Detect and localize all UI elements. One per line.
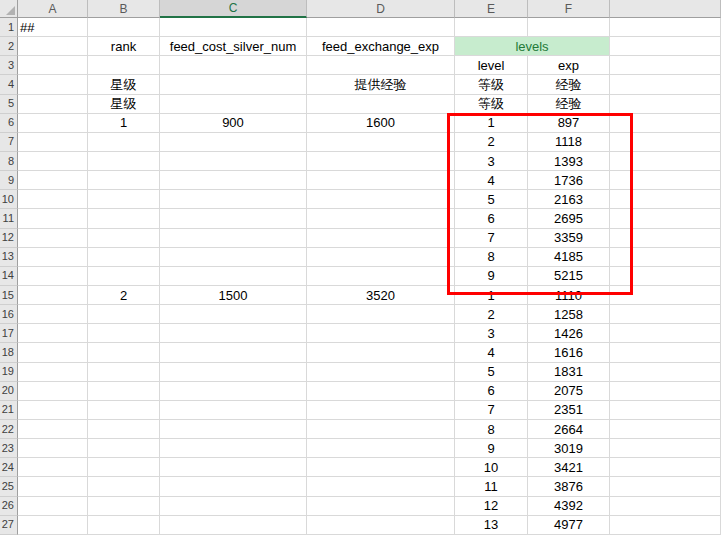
cell-G14[interactable] xyxy=(610,267,721,286)
cell-A11[interactable] xyxy=(18,209,88,228)
cell-E6[interactable]: 1 xyxy=(455,114,528,133)
cell-C21[interactable] xyxy=(160,401,307,420)
cell-D26[interactable] xyxy=(307,497,455,516)
row-header-2[interactable]: 2 xyxy=(0,37,18,56)
cell-B23[interactable] xyxy=(88,439,160,458)
cell-A17[interactable] xyxy=(18,324,88,343)
cell-G11[interactable] xyxy=(610,209,721,228)
cell-F5[interactable]: 经验 xyxy=(528,95,610,114)
cell-A12[interactable] xyxy=(18,229,88,248)
cell-D19[interactable] xyxy=(307,363,455,382)
cell-G5[interactable] xyxy=(610,95,721,114)
cell-F10[interactable]: 2163 xyxy=(528,190,610,209)
cell-F18[interactable]: 1616 xyxy=(528,343,610,362)
cell-G1[interactable] xyxy=(610,18,721,37)
cell-E4[interactable]: 等级 xyxy=(455,75,528,94)
row-header-12[interactable]: 12 xyxy=(0,229,18,248)
cell-B5[interactable]: 星级 xyxy=(88,95,160,114)
cell-F15[interactable]: 1110 xyxy=(528,286,610,305)
cell-D15[interactable]: 3520 xyxy=(307,286,455,305)
cell-C5[interactable] xyxy=(160,95,307,114)
cell-B19[interactable] xyxy=(88,363,160,382)
cell-B11[interactable] xyxy=(88,209,160,228)
cell-B13[interactable] xyxy=(88,248,160,267)
row-header-25[interactable]: 25 xyxy=(0,477,18,496)
cell-C18[interactable] xyxy=(160,343,307,362)
cell-E13[interactable]: 8 xyxy=(455,248,528,267)
row-header-6[interactable]: 6 xyxy=(0,114,18,133)
cell-G24[interactable] xyxy=(610,458,721,477)
cell-B10[interactable] xyxy=(88,190,160,209)
cell-F24[interactable]: 3421 xyxy=(528,458,610,477)
cell-F9[interactable]: 1736 xyxy=(528,171,610,190)
cell-D11[interactable] xyxy=(307,209,455,228)
cell-D24[interactable] xyxy=(307,458,455,477)
row-header-4[interactable]: 4 xyxy=(0,75,18,94)
cell-D2[interactable]: feed_exchange_exp xyxy=(307,37,455,56)
cell-F25[interactable]: 3876 xyxy=(528,477,610,496)
cell-B17[interactable] xyxy=(88,324,160,343)
cell-G4[interactable] xyxy=(610,75,721,94)
cell-G23[interactable] xyxy=(610,439,721,458)
row-header-16[interactable]: 16 xyxy=(0,305,18,324)
cell-C4[interactable] xyxy=(160,75,307,94)
row-header-23[interactable]: 23 xyxy=(0,439,18,458)
cell-C7[interactable] xyxy=(160,133,307,152)
cell-G17[interactable] xyxy=(610,324,721,343)
cell-E8[interactable]: 3 xyxy=(455,152,528,171)
cell-E9[interactable]: 4 xyxy=(455,171,528,190)
cell-E19[interactable]: 5 xyxy=(455,363,528,382)
cell-G20[interactable] xyxy=(610,382,721,401)
cell-E1[interactable] xyxy=(455,18,528,37)
row-header-18[interactable]: 18 xyxy=(0,343,18,362)
cell-B3[interactable] xyxy=(88,56,160,75)
cell-E2[interactable]: levels xyxy=(455,37,610,56)
cell-F21[interactable]: 2351 xyxy=(528,401,610,420)
cell-G25[interactable] xyxy=(610,477,721,496)
row-header-21[interactable]: 21 xyxy=(0,401,18,420)
cell-A7[interactable] xyxy=(18,133,88,152)
cell-F3[interactable]: exp xyxy=(528,56,610,75)
cell-E11[interactable]: 6 xyxy=(455,209,528,228)
cell-D22[interactable] xyxy=(307,420,455,439)
cell-C15[interactable]: 1500 xyxy=(160,286,307,305)
cell-A24[interactable] xyxy=(18,458,88,477)
cell-A4[interactable] xyxy=(18,75,88,94)
cell-G27[interactable] xyxy=(610,516,721,535)
cell-A8[interactable] xyxy=(18,152,88,171)
cell-A16[interactable] xyxy=(18,305,88,324)
cell-A3[interactable] xyxy=(18,56,88,75)
row-header-3[interactable]: 3 xyxy=(0,56,18,75)
cell-F8[interactable]: 1393 xyxy=(528,152,610,171)
cell-B16[interactable] xyxy=(88,305,160,324)
cell-E24[interactable]: 10 xyxy=(455,458,528,477)
cell-F22[interactable]: 2664 xyxy=(528,420,610,439)
cell-E3[interactable]: level xyxy=(455,56,528,75)
cell-C6[interactable]: 900 xyxy=(160,114,307,133)
cell-D4[interactable]: 提供经验 xyxy=(307,75,455,94)
cell-E23[interactable]: 9 xyxy=(455,439,528,458)
row-header-7[interactable]: 7 xyxy=(0,133,18,152)
cell-B9[interactable] xyxy=(88,171,160,190)
cell-E12[interactable]: 7 xyxy=(455,229,528,248)
cell-D27[interactable] xyxy=(307,516,455,535)
cell-E27[interactable]: 13 xyxy=(455,516,528,535)
cell-A5[interactable] xyxy=(18,95,88,114)
cell-C1[interactable] xyxy=(160,18,307,37)
cell-A27[interactable] xyxy=(18,516,88,535)
cell-G7[interactable] xyxy=(610,133,721,152)
column-header-B[interactable]: B xyxy=(88,0,160,18)
cell-F7[interactable]: 1118 xyxy=(528,133,610,152)
column-header-blank[interactable] xyxy=(610,0,721,18)
cell-C10[interactable] xyxy=(160,190,307,209)
row-header-11[interactable]: 11 xyxy=(0,209,18,228)
column-header-C[interactable]: C xyxy=(160,0,307,18)
cell-C24[interactable] xyxy=(160,458,307,477)
row-header-13[interactable]: 13 xyxy=(0,248,18,267)
cell-E10[interactable]: 5 xyxy=(455,190,528,209)
cell-B6[interactable]: 1 xyxy=(88,114,160,133)
cell-G19[interactable] xyxy=(610,363,721,382)
cell-A2[interactable] xyxy=(18,37,88,56)
row-header-1[interactable]: 1 xyxy=(0,18,18,37)
row-header-8[interactable]: 8 xyxy=(0,152,18,171)
